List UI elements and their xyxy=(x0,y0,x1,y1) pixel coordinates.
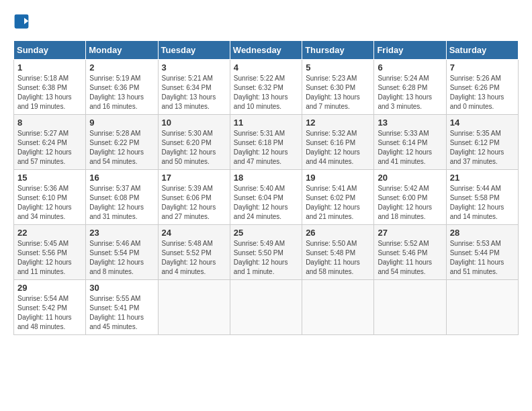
calendar-cell: 9Sunrise: 5:28 AM Sunset: 6:22 PM Daylig… xyxy=(86,115,158,170)
day-number: 21 xyxy=(450,173,515,183)
calendar-cell: 2Sunrise: 5:19 AM Sunset: 6:36 PM Daylig… xyxy=(86,60,158,115)
cell-content: Sunrise: 5:41 AM Sunset: 6:02 PM Dayligh… xyxy=(306,184,370,222)
day-number: 9 xyxy=(89,118,154,128)
cell-content: Sunrise: 5:45 AM Sunset: 5:56 PM Dayligh… xyxy=(17,239,82,277)
calendar-cell: 11Sunrise: 5:31 AM Sunset: 6:18 PM Dayli… xyxy=(230,115,302,170)
day-number: 12 xyxy=(306,118,370,128)
day-number: 6 xyxy=(378,62,442,73)
cell-content: Sunrise: 5:23 AM Sunset: 6:30 PM Dayligh… xyxy=(306,74,370,111)
calendar-cell: 8Sunrise: 5:27 AM Sunset: 6:24 PM Daylig… xyxy=(14,115,86,170)
calendar-cell: 28Sunrise: 5:53 AM Sunset: 5:44 PM Dayli… xyxy=(446,225,518,280)
calendar-cell: 18Sunrise: 5:40 AM Sunset: 6:04 PM Dayli… xyxy=(230,170,302,225)
calendar-week-row: 1Sunrise: 5:18 AM Sunset: 6:38 PM Daylig… xyxy=(14,60,519,115)
calendar-cell: 23Sunrise: 5:46 AM Sunset: 5:54 PM Dayli… xyxy=(86,225,158,280)
day-number: 27 xyxy=(378,228,442,238)
day-number: 30 xyxy=(89,283,154,293)
cell-content: Sunrise: 5:42 AM Sunset: 6:00 PM Dayligh… xyxy=(378,184,442,222)
cell-content: Sunrise: 5:21 AM Sunset: 6:34 PM Dayligh… xyxy=(162,74,226,111)
calendar-cell: 15Sunrise: 5:36 AM Sunset: 6:10 PM Dayli… xyxy=(14,170,86,225)
header-monday: Monday xyxy=(86,41,158,60)
calendar-cell: 6Sunrise: 5:24 AM Sunset: 6:28 PM Daylig… xyxy=(374,60,446,115)
header-tuesday: Tuesday xyxy=(158,41,230,60)
calendar-cell: 17Sunrise: 5:39 AM Sunset: 6:06 PM Dayli… xyxy=(158,170,230,225)
day-number: 10 xyxy=(162,118,226,128)
day-number: 22 xyxy=(17,228,82,238)
cell-content: Sunrise: 5:32 AM Sunset: 6:16 PM Dayligh… xyxy=(306,129,370,167)
day-number: 19 xyxy=(306,173,370,183)
calendar-week-row: 15Sunrise: 5:36 AM Sunset: 6:10 PM Dayli… xyxy=(14,170,519,225)
header-sunday: Sunday xyxy=(14,41,86,60)
day-number: 28 xyxy=(450,228,515,238)
header-wednesday: Wednesday xyxy=(230,41,302,60)
cell-content: Sunrise: 5:22 AM Sunset: 6:32 PM Dayligh… xyxy=(234,74,298,111)
calendar-cell: 4Sunrise: 5:22 AM Sunset: 6:32 PM Daylig… xyxy=(230,60,302,115)
calendar-cell: 13Sunrise: 5:33 AM Sunset: 6:14 PM Dayli… xyxy=(374,115,446,170)
cell-content: Sunrise: 5:54 AM Sunset: 5:42 PM Dayligh… xyxy=(17,294,82,332)
day-number: 29 xyxy=(17,283,82,293)
day-number: 1 xyxy=(17,62,82,73)
cell-content: Sunrise: 5:18 AM Sunset: 6:38 PM Dayligh… xyxy=(17,74,82,111)
calendar-cell: 19Sunrise: 5:41 AM Sunset: 6:02 PM Dayli… xyxy=(302,170,374,225)
cell-content: Sunrise: 5:33 AM Sunset: 6:14 PM Dayligh… xyxy=(378,129,442,167)
day-number: 5 xyxy=(306,62,370,73)
calendar-header-row: SundayMondayTuesdayWednesdayThursdayFrid… xyxy=(14,41,519,60)
cell-content: Sunrise: 5:49 AM Sunset: 5:50 PM Dayligh… xyxy=(234,239,298,277)
day-number: 2 xyxy=(89,62,154,73)
calendar-cell: 20Sunrise: 5:42 AM Sunset: 6:00 PM Dayli… xyxy=(374,170,446,225)
cell-content: Sunrise: 5:46 AM Sunset: 5:54 PM Dayligh… xyxy=(89,239,154,277)
calendar-cell: 29Sunrise: 5:54 AM Sunset: 5:42 PM Dayli… xyxy=(14,280,86,335)
day-number: 26 xyxy=(306,228,370,238)
cell-content: Sunrise: 5:30 AM Sunset: 6:20 PM Dayligh… xyxy=(162,129,226,167)
day-number: 13 xyxy=(378,118,442,128)
calendar-cell: 3Sunrise: 5:21 AM Sunset: 6:34 PM Daylig… xyxy=(158,60,230,115)
cell-content: Sunrise: 5:31 AM Sunset: 6:18 PM Dayligh… xyxy=(234,129,298,167)
day-number: 11 xyxy=(234,118,298,128)
calendar-table: SundayMondayTuesdayWednesdayThursdayFrid… xyxy=(13,40,519,335)
cell-content: Sunrise: 5:28 AM Sunset: 6:22 PM Dayligh… xyxy=(89,129,154,167)
calendar-cell: 21Sunrise: 5:44 AM Sunset: 5:58 PM Dayli… xyxy=(446,170,518,225)
header-saturday: Saturday xyxy=(446,41,518,60)
calendar-week-row: 8Sunrise: 5:27 AM Sunset: 6:24 PM Daylig… xyxy=(14,115,519,170)
cell-content: Sunrise: 5:48 AM Sunset: 5:52 PM Dayligh… xyxy=(162,239,226,277)
cell-content: Sunrise: 5:39 AM Sunset: 6:06 PM Dayligh… xyxy=(162,184,226,222)
day-number: 23 xyxy=(89,228,154,238)
logo-icon xyxy=(13,13,30,30)
cell-content: Sunrise: 5:26 AM Sunset: 6:26 PM Dayligh… xyxy=(450,74,515,111)
calendar-cell: 14Sunrise: 5:35 AM Sunset: 6:12 PM Dayli… xyxy=(446,115,518,170)
day-number: 25 xyxy=(234,228,298,238)
day-number: 16 xyxy=(89,173,154,183)
day-number: 8 xyxy=(17,118,82,128)
day-number: 4 xyxy=(234,62,298,73)
calendar-cell: 1Sunrise: 5:18 AM Sunset: 6:38 PM Daylig… xyxy=(14,60,86,115)
calendar-cell: 10Sunrise: 5:30 AM Sunset: 6:20 PM Dayli… xyxy=(158,115,230,170)
calendar-cell: 26Sunrise: 5:50 AM Sunset: 5:48 PM Dayli… xyxy=(302,225,374,280)
day-number: 17 xyxy=(162,173,226,183)
calendar-cell xyxy=(158,280,230,335)
logo xyxy=(13,13,32,30)
day-number: 14 xyxy=(450,118,515,128)
cell-content: Sunrise: 5:36 AM Sunset: 6:10 PM Dayligh… xyxy=(17,184,82,222)
day-number: 7 xyxy=(450,62,515,73)
calendar-cell: 22Sunrise: 5:45 AM Sunset: 5:56 PM Dayli… xyxy=(14,225,86,280)
header-friday: Friday xyxy=(374,41,446,60)
cell-content: Sunrise: 5:37 AM Sunset: 6:08 PM Dayligh… xyxy=(89,184,154,222)
calendar-week-row: 22Sunrise: 5:45 AM Sunset: 5:56 PM Dayli… xyxy=(14,225,519,280)
calendar-cell xyxy=(374,280,446,335)
cell-content: Sunrise: 5:19 AM Sunset: 6:36 PM Dayligh… xyxy=(89,74,154,111)
calendar-cell: 12Sunrise: 5:32 AM Sunset: 6:16 PM Dayli… xyxy=(302,115,374,170)
calendar-week-row: 29Sunrise: 5:54 AM Sunset: 5:42 PM Dayli… xyxy=(14,280,519,335)
day-number: 3 xyxy=(162,62,226,73)
calendar-cell: 7Sunrise: 5:26 AM Sunset: 6:26 PM Daylig… xyxy=(446,60,518,115)
calendar-cell: 24Sunrise: 5:48 AM Sunset: 5:52 PM Dayli… xyxy=(158,225,230,280)
cell-content: Sunrise: 5:40 AM Sunset: 6:04 PM Dayligh… xyxy=(234,184,298,222)
day-number: 18 xyxy=(234,173,298,183)
calendar-cell: 30Sunrise: 5:55 AM Sunset: 5:41 PM Dayli… xyxy=(86,280,158,335)
cell-content: Sunrise: 5:35 AM Sunset: 6:12 PM Dayligh… xyxy=(450,129,515,167)
cell-content: Sunrise: 5:27 AM Sunset: 6:24 PM Dayligh… xyxy=(17,129,82,167)
cell-content: Sunrise: 5:24 AM Sunset: 6:28 PM Dayligh… xyxy=(378,74,442,111)
calendar-cell: 27Sunrise: 5:52 AM Sunset: 5:46 PM Dayli… xyxy=(374,225,446,280)
calendar-cell xyxy=(446,280,518,335)
calendar-cell xyxy=(302,280,374,335)
cell-content: Sunrise: 5:53 AM Sunset: 5:44 PM Dayligh… xyxy=(450,239,515,277)
calendar-cell: 5Sunrise: 5:23 AM Sunset: 6:30 PM Daylig… xyxy=(302,60,374,115)
